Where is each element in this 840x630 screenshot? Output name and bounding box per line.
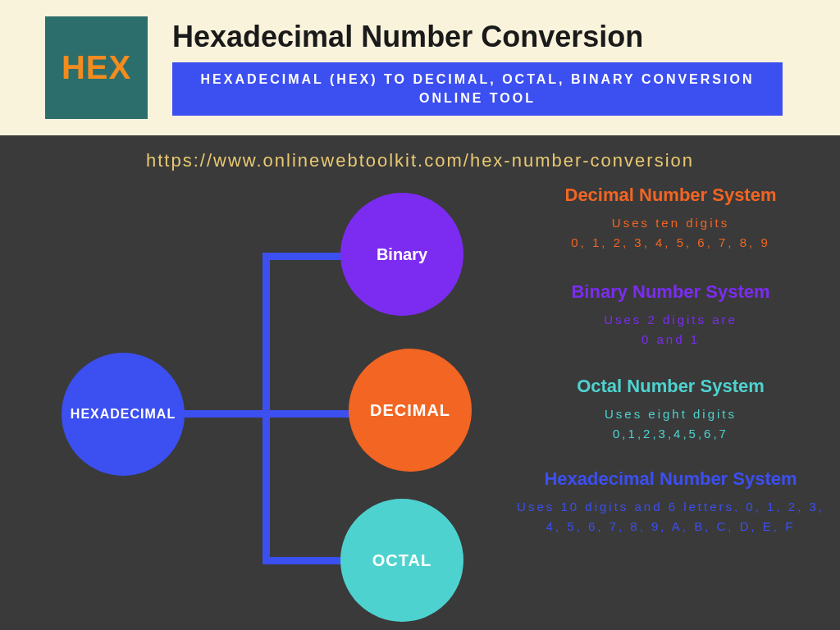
node-octal-label: OCTAL: [372, 551, 431, 570]
title-area: Hexadecimal Number Conversion HEXADECIMA…: [172, 20, 783, 116]
connector-top: [262, 253, 345, 260]
url-line: https://www.onlinewebtoolkit.com/hex-num…: [0, 135, 840, 171]
info-decimal-title: Decimal Number System: [513, 185, 829, 206]
node-decimal: DECIMAL: [349, 349, 472, 472]
info-column: Decimal Number System Uses ten digits0, …: [513, 185, 829, 536]
node-octal: OCTAL: [340, 499, 463, 622]
info-hex: Hexadecimal Number System Uses 10 digits…: [513, 468, 829, 536]
logo-text: HEX: [62, 49, 131, 86]
info-decimal-desc: Uses ten digits0, 1, 2, 3, 4, 5, 6, 7, 8…: [513, 213, 829, 253]
info-octal-desc: Uses eight digits0,1,2,3,4,5,6,7: [513, 404, 829, 444]
subtitle-bar: HEXADECIMAL (HEX) TO DECIMAL, OCTAL, BIN…: [172, 62, 783, 116]
info-decimal: Decimal Number System Uses ten digits0, …: [513, 185, 829, 253]
node-binary-label: Binary: [377, 245, 427, 264]
info-binary: Binary Number System Uses 2 digits are0 …: [513, 281, 829, 349]
diagram-area: https://www.onlinewebtoolkit.com/hex-num…: [0, 135, 840, 630]
info-binary-desc: Uses 2 digits are0 and 1: [513, 310, 829, 349]
info-hex-title: Hexadecimal Number System: [513, 468, 829, 490]
logo-box: HEX: [45, 16, 148, 119]
connector-main: [182, 410, 350, 418]
info-binary-title: Binary Number System: [513, 281, 829, 303]
connector-bottom: [262, 557, 345, 564]
info-octal-title: Octal Number System: [513, 376, 829, 397]
node-hex-label: HEXADECIMAL: [71, 407, 176, 422]
header-bar: HEX Hexadecimal Number Conversion HEXADE…: [0, 0, 840, 135]
connector-vertical: [262, 253, 270, 564]
node-decimal-label: DECIMAL: [370, 401, 450, 420]
node-binary: Binary: [340, 193, 463, 316]
info-octal: Octal Number System Uses eight digits0,1…: [513, 376, 829, 444]
page-title: Hexadecimal Number Conversion: [172, 20, 783, 54]
node-hexadecimal: HEXADECIMAL: [62, 353, 185, 476]
info-hex-desc: Uses 10 digits and 6 letters, 0, 1, 2, 3…: [513, 497, 829, 536]
